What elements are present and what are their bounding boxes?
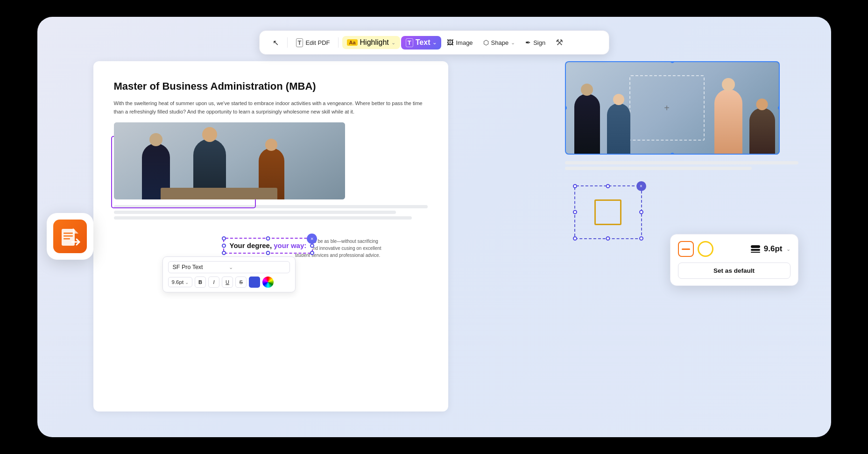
- pdf-editor-panel: Master of Business Administration (MBA) …: [93, 61, 448, 411]
- shape-label: Shape: [491, 39, 509, 46]
- highlight-icon: Aa: [347, 39, 357, 46]
- cursor-icon: ↖: [273, 38, 279, 47]
- shape-close-button[interactable]: ×: [636, 181, 646, 191]
- handle-mid-left[interactable]: [222, 244, 226, 248]
- shape-dashed-border[interactable]: ×: [574, 185, 642, 239]
- person-1-head: [149, 133, 162, 146]
- student-2-head: [613, 94, 624, 105]
- shape-handle-bc[interactable]: [606, 236, 610, 241]
- crosshair-icon: +: [664, 103, 670, 114]
- weight-bar-2: [751, 249, 760, 251]
- image-label: Image: [456, 39, 473, 46]
- shape-handle-tl[interactable]: [573, 184, 577, 188]
- content-lines-area: [114, 205, 428, 220]
- handle-top-center[interactable]: [266, 236, 270, 241]
- student-1: [574, 94, 600, 155]
- color-swatch-button[interactable]: [249, 277, 260, 288]
- edit-pdf-label: Edit PDF: [305, 39, 330, 46]
- content-line-1: [114, 205, 428, 208]
- strikethrough-icon: S: [239, 279, 242, 285]
- svg-rect-1: [64, 233, 73, 234]
- handle-bot-left[interactable]: [222, 251, 226, 255]
- main-container: ↖ T Edit PDF Aa Highlight ⌄ T Text ⌄: [37, 17, 831, 437]
- group-photo-container: +: [565, 61, 780, 155]
- font-name-selector[interactable]: SF Pro Text ⌄: [168, 261, 290, 273]
- selected-text-normal: Your degree,: [230, 241, 274, 249]
- highlight-button[interactable]: Aa Highlight ⌄: [342, 36, 400, 49]
- shape-handle-tc[interactable]: [606, 184, 610, 188]
- underline-icon: U: [226, 279, 229, 285]
- font-toolbar: SF Pro Text ⌄ 9.6pt ⌄ B I: [162, 256, 296, 292]
- font-size-chevron: ⌄: [185, 280, 189, 285]
- font-name-label: SF Pro Text: [173, 264, 229, 270]
- shape-icon: ⬡: [483, 39, 489, 46]
- shape-handle-ml[interactable]: [573, 210, 577, 214]
- fill-circle-button[interactable]: [698, 241, 713, 257]
- prop-top-controls: 9.6pt ⌄: [678, 241, 790, 257]
- strikethrough-button[interactable]: S: [235, 277, 247, 288]
- pdf-content: Master of Business Administration (MBA) …: [93, 61, 448, 241]
- shape-handle-bl[interactable]: [573, 236, 577, 241]
- handle-top-left[interactable]: [222, 236, 226, 241]
- stroke-pt-value: 9.6pt: [764, 244, 783, 254]
- right-content-lines: [565, 161, 798, 170]
- text-button[interactable]: T Text ⌄: [401, 36, 442, 50]
- shape-button[interactable]: ⬡ Shape ⌄: [479, 36, 520, 49]
- shape-chevron: ⌄: [511, 40, 515, 46]
- shape-handle-mr[interactable]: [639, 210, 643, 214]
- weight-bar-1: [751, 245, 760, 248]
- cursor-tool[interactable]: ↖: [268, 35, 283, 50]
- italic-button[interactable]: I: [208, 277, 219, 288]
- selected-text-purple: your way:: [274, 241, 306, 249]
- app-icon: [47, 213, 93, 260]
- shape-handle-br[interactable]: [639, 236, 643, 241]
- sign-button[interactable]: ✒ Sign: [521, 36, 550, 49]
- image-button[interactable]: 🖼 Image: [442, 36, 477, 49]
- student-4-head: [756, 99, 768, 110]
- business-people-illustration: [114, 122, 345, 199]
- svg-rect-0: [62, 229, 75, 246]
- stroke-weight-icon: [751, 245, 760, 253]
- app-logo-svg: [59, 225, 81, 248]
- handle-mid-right[interactable]: [310, 244, 314, 248]
- main-toolbar: ↖ T Edit PDF Aa Highlight ⌄ T Text ⌄: [259, 30, 609, 55]
- student-4: [749, 108, 775, 155]
- right-panel: +: [565, 61, 798, 411]
- student-group-image: +: [565, 61, 780, 155]
- edit-pdf-button[interactable]: T Edit PDF: [291, 35, 335, 50]
- selected-text-box[interactable]: × Your degree, your way:: [223, 238, 313, 254]
- bold-button[interactable]: B: [195, 277, 206, 288]
- color-picker-button[interactable]: [262, 277, 274, 288]
- stroke-pt-chevron[interactable]: ⌄: [786, 246, 790, 252]
- business-meeting-image: [114, 122, 345, 199]
- layout: ↖ T Edit PDF Aa Highlight ⌄ T Text ⌄: [56, 24, 812, 430]
- sign-label: Sign: [533, 39, 545, 46]
- person-3-head: [265, 139, 277, 151]
- sign-icon: ✒: [525, 39, 531, 46]
- set-default-button[interactable]: Set as default: [678, 262, 790, 279]
- student-1-head: [581, 84, 593, 96]
- svg-rect-3: [64, 238, 70, 240]
- r-line-2: [565, 167, 752, 170]
- text-chevron: ⌄: [432, 40, 437, 46]
- text-label: Text: [416, 38, 430, 47]
- bold-icon: B: [198, 279, 202, 285]
- more-button[interactable]: ⚒: [551, 35, 568, 50]
- img-handle-bc[interactable]: [670, 153, 675, 155]
- stroke-weight-group: 9.6pt ⌄: [751, 244, 790, 254]
- person-2-head: [202, 127, 217, 142]
- more-icon: ⚒: [556, 37, 563, 48]
- font-size-button[interactable]: 9.6pt ⌄: [168, 277, 193, 287]
- highlight-chevron: ⌄: [391, 40, 395, 46]
- img-handle-mr[interactable]: [778, 106, 780, 110]
- student-3-head: [722, 78, 735, 91]
- shape-close-icon: ×: [640, 184, 642, 189]
- student-2: [607, 103, 630, 155]
- property-panel: 9.6pt ⌄ Set as default: [670, 234, 798, 286]
- svg-rect-2: [64, 235, 73, 237]
- close-icon: ×: [311, 236, 313, 241]
- handle-bot-center[interactable]: [266, 251, 270, 255]
- stroke-icon-box[interactable]: [678, 241, 694, 257]
- highlight-label: Highlight: [360, 38, 389, 47]
- underline-button[interactable]: U: [222, 277, 233, 288]
